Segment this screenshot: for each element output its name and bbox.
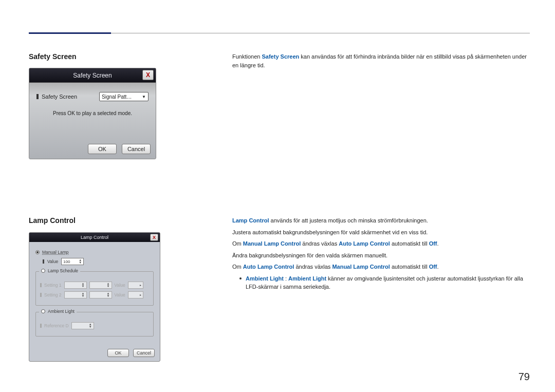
manual-lamp-label: Manual Lamp bbox=[42, 250, 69, 255]
text: Funktionen bbox=[232, 53, 262, 60]
header-accent-bar bbox=[29, 32, 111, 34]
term-auto-lamp-control: Auto Lamp Control bbox=[339, 240, 390, 247]
schedule-setting2-row: Setting 2 ▲▼ ▲▼ Value ▸ bbox=[40, 291, 149, 298]
lamp-schedule-fieldset: Lamp Schedule Setting 1 ▲▼ ▲▼ Value ▸ Se… bbox=[35, 271, 154, 306]
chevron-down-icon: ▼ bbox=[142, 95, 146, 99]
text: Om bbox=[232, 240, 243, 247]
text: Justera automatiskt bakgrundsbelysningen… bbox=[232, 228, 530, 237]
setting1-label: Setting 1 bbox=[44, 283, 62, 288]
lamp-control-description: Lamp Control används för att justera mot… bbox=[232, 216, 530, 291]
dialog-body: Safety Screen Signal Patt… ▼ Press OK to… bbox=[29, 83, 156, 133]
reference-label: Reference D bbox=[44, 323, 69, 328]
text: automatiskt till bbox=[390, 240, 429, 247]
radio-on-icon bbox=[35, 250, 40, 254]
cancel-button[interactable]: Cancel bbox=[133, 349, 155, 357]
reference-spinner: ▲▼ bbox=[71, 322, 94, 329]
text: Ändra bakgrundsbelysningen för den valda… bbox=[232, 251, 530, 260]
term-ambient-light: Ambient Light bbox=[246, 275, 284, 282]
setting1-min-spinner: ▲▼ bbox=[89, 282, 112, 289]
setting2-label: Setting 2 bbox=[44, 292, 62, 297]
ambient-light-fieldset: Ambient Light Reference D ▲▼ bbox=[35, 312, 154, 337]
term-off: Off bbox=[429, 240, 437, 247]
dialog-button-bar: OK Cancel bbox=[88, 144, 151, 154]
term-lamp-control: Lamp Control bbox=[232, 217, 269, 223]
radio-off-icon bbox=[41, 269, 45, 273]
close-icon: X bbox=[146, 71, 150, 79]
setting1-value-spinner: ▸ bbox=[128, 282, 143, 289]
schedule-setting1-row: Setting 1 ▲▼ ▲▼ Value ▸ bbox=[40, 282, 149, 289]
radio-off-icon bbox=[41, 309, 45, 313]
lamp-control-heading: Lamp Control bbox=[29, 216, 76, 225]
term-safety-screen: Safety Screen bbox=[262, 53, 299, 60]
lamp-schedule-label: Lamp Schedule bbox=[48, 268, 78, 273]
value-label: Value bbox=[47, 259, 58, 264]
text: . bbox=[437, 264, 439, 270]
value-label: Value bbox=[115, 283, 125, 288]
safety-screen-description: Funktionen Safety Screen kan användas fö… bbox=[232, 52, 530, 69]
setting1-hour-spinner: ▲▼ bbox=[64, 282, 87, 289]
dialog-title: Lamp Control bbox=[81, 235, 108, 240]
close-icon: X bbox=[153, 235, 156, 240]
setting2-hour-spinner: ▲▼ bbox=[64, 291, 87, 298]
setting2-min-spinner: ▲▼ bbox=[89, 291, 112, 298]
safety-screen-row: Safety Screen Signal Patt… ▼ bbox=[36, 92, 149, 101]
ok-button[interactable]: OK bbox=[88, 144, 117, 154]
page-number: 79 bbox=[519, 371, 530, 383]
manual-lamp-value-row: Value 100 ▲▼ bbox=[43, 258, 154, 265]
ambient-light-label: Ambient Light bbox=[48, 309, 75, 314]
field-label: Safety Screen bbox=[42, 94, 77, 100]
bullet-icon bbox=[40, 293, 42, 297]
term-auto-lamp-control: Auto Lamp Control bbox=[243, 264, 294, 270]
cancel-button[interactable]: Cancel bbox=[122, 144, 151, 154]
bullet-icon bbox=[36, 94, 39, 99]
close-button[interactable]: X bbox=[150, 234, 158, 241]
safety-screen-heading: Safety Screen bbox=[29, 52, 77, 61]
close-button[interactable]: X bbox=[142, 70, 154, 80]
manual-lamp-radio-row[interactable]: Manual Lamp bbox=[35, 250, 154, 255]
ambient-light-radio-row[interactable]: Ambient Light bbox=[39, 309, 77, 314]
term-manual-lamp-control: Manual Lamp Control bbox=[332, 264, 390, 270]
bullet-icon bbox=[40, 283, 42, 287]
spinner-value: 100 bbox=[63, 259, 70, 264]
manual-lamp-value-spinner[interactable]: 100 ▲▼ bbox=[61, 258, 84, 265]
text: . bbox=[437, 240, 439, 247]
dialog-body: Manual Lamp Value 100 ▲▼ Lamp Schedule S… bbox=[29, 242, 160, 342]
lamp-control-dialog: Lamp Control X Manual Lamp Value 100 ▲▼ … bbox=[29, 232, 160, 362]
text: : bbox=[284, 275, 288, 282]
value-label: Value bbox=[115, 292, 125, 297]
ok-button[interactable]: OK bbox=[107, 349, 129, 357]
lamp-schedule-radio-row[interactable]: Lamp Schedule bbox=[39, 268, 80, 273]
spinner-arrows-icon: ▲▼ bbox=[79, 259, 82, 264]
term-off: Off bbox=[429, 264, 437, 270]
bullet-icon bbox=[239, 277, 242, 279]
dialog-button-bar: OK Cancel bbox=[107, 349, 155, 357]
bullet-icon bbox=[43, 259, 44, 264]
reference-row: Reference D ▲▼ bbox=[40, 322, 149, 329]
safety-screen-dialog: Safety Screen X Safety Screen Signal Pat… bbox=[29, 68, 156, 159]
dialog-titlebar: Safety Screen X bbox=[29, 68, 156, 83]
text: används för att justera motljus och mins… bbox=[269, 217, 428, 223]
signal-pattern-dropdown[interactable]: Signal Patt… ▼ bbox=[99, 92, 149, 101]
dropdown-value: Signal Patt… bbox=[102, 94, 132, 100]
text: automatiskt till bbox=[390, 264, 429, 270]
dialog-message: Press OK to play a selected mode. bbox=[36, 110, 149, 116]
dialog-titlebar: Lamp Control X bbox=[29, 233, 160, 242]
term-ambient-light: Ambient Light bbox=[288, 275, 326, 282]
dialog-title: Safety Screen bbox=[73, 72, 112, 79]
text: Om bbox=[232, 264, 243, 270]
setting2-value-spinner: ▸ bbox=[128, 291, 143, 298]
header-divider bbox=[111, 33, 530, 33]
text: ändras växlas bbox=[301, 240, 339, 247]
text: ändras växlas bbox=[294, 264, 332, 270]
term-manual-lamp-control: Manual Lamp Control bbox=[243, 240, 301, 247]
bullet-icon bbox=[40, 324, 42, 328]
